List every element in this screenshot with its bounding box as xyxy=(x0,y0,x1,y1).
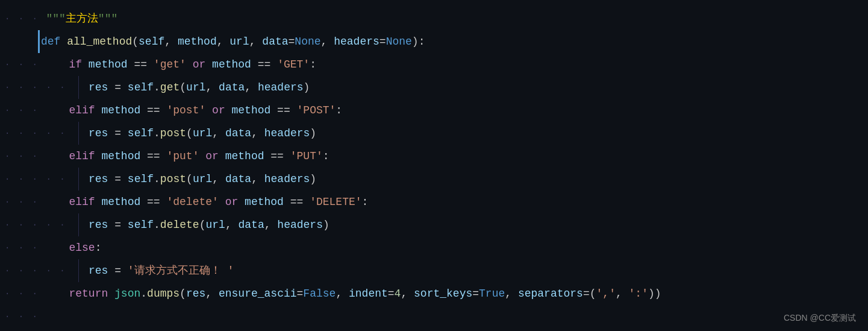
token: 'GET' xyxy=(277,58,310,71)
token: = xyxy=(108,219,127,231)
code-line: · · · elif method == 'post' or method ==… xyxy=(0,99,868,122)
token: . xyxy=(140,288,147,300)
line-dots: · · · xyxy=(5,282,46,305)
token: or xyxy=(219,196,245,208)
token: == xyxy=(270,104,296,116)
token: True xyxy=(479,288,505,300)
token: : xyxy=(310,58,316,71)
token: data xyxy=(262,36,288,48)
token: """ xyxy=(46,13,65,25)
token: , xyxy=(212,127,225,139)
token: indent xyxy=(349,288,388,300)
token: , xyxy=(205,81,219,93)
token: elif xyxy=(69,150,101,162)
token: delete xyxy=(160,219,199,231)
token: headers xyxy=(264,173,310,185)
token: else xyxy=(69,242,95,254)
token: = xyxy=(289,36,295,48)
token: , xyxy=(251,173,264,185)
token: """ xyxy=(98,13,117,25)
line-content: """主方法""" xyxy=(46,7,117,30)
token: self xyxy=(139,36,164,48)
code-line: · · · else: xyxy=(0,236,868,259)
token: data xyxy=(225,127,251,139)
token: = xyxy=(108,81,127,93)
token: url xyxy=(186,81,205,93)
token: =( xyxy=(583,288,596,300)
line-content: return json.dumps(res, ensure_ascii=Fals… xyxy=(69,282,661,305)
code-line: · · · · · res = '请求方式不正确！ ' xyxy=(0,259,868,282)
line-dots: · · · xyxy=(5,53,46,76)
token: ',' xyxy=(596,288,616,300)
indent-bar xyxy=(38,30,40,53)
token: . xyxy=(154,81,160,93)
token: sort_keys xyxy=(414,288,472,300)
token: : xyxy=(95,242,102,254)
indent-bar xyxy=(78,259,79,282)
token: res xyxy=(89,127,108,139)
token: ( xyxy=(132,36,139,48)
indent-bar xyxy=(78,122,79,145)
line-content: elif method == 'post' or method == 'POST… xyxy=(69,99,342,122)
token: . xyxy=(154,219,160,231)
token: or xyxy=(199,150,225,162)
line-dots: · · · · · xyxy=(5,259,73,282)
token: , xyxy=(616,288,629,300)
line-dots: · · · xyxy=(5,145,46,168)
token: url xyxy=(205,219,225,231)
line-content: def all_method(self, method, url, data=N… xyxy=(41,30,425,53)
token: False xyxy=(303,288,336,300)
token: == xyxy=(128,58,154,71)
token: , xyxy=(217,36,230,48)
token: separators xyxy=(518,288,583,300)
token: get xyxy=(160,81,180,93)
indent-bar xyxy=(78,213,79,236)
token: ) xyxy=(310,173,316,185)
line-content: res = self.post(url, data, headers) xyxy=(89,122,316,145)
code-editor: · · · """主方法"""def all_method(self, meth… xyxy=(0,0,868,331)
token: self xyxy=(128,173,154,185)
token: self xyxy=(128,81,154,93)
token: == xyxy=(140,196,166,208)
token: ( xyxy=(180,81,186,93)
indent-bar xyxy=(78,76,79,99)
line-content: res = '请求方式不正确！ ' xyxy=(89,259,234,282)
token: ( xyxy=(186,127,193,139)
line-dots: · · · · · xyxy=(5,168,73,191)
token: url xyxy=(229,36,249,48)
token: post xyxy=(160,127,186,139)
code-line: · · · if method == 'get' or method == 'G… xyxy=(0,53,868,76)
line-content: res = self.get(url, data, headers) xyxy=(89,76,310,99)
token: dumps xyxy=(147,288,180,300)
token: '请求方式不正确！ ' xyxy=(128,265,234,277)
token: , xyxy=(321,36,334,48)
token: or xyxy=(186,58,212,71)
token: method xyxy=(178,36,217,48)
token: ) xyxy=(310,127,316,139)
code-line: · · · elif method == 'put' or method == … xyxy=(0,145,868,168)
line-dots: · · · xyxy=(5,7,46,30)
token: data xyxy=(239,219,264,231)
token: 'post' xyxy=(166,104,205,116)
token: method xyxy=(225,150,264,162)
token: if xyxy=(69,58,88,71)
line-content: if method == 'get' or method == 'GET': xyxy=(69,53,316,76)
token: == xyxy=(140,104,166,116)
code-line: def all_method(self, method, url, data=N… xyxy=(0,30,868,53)
code-line: · · · xyxy=(0,305,868,328)
token: ( xyxy=(180,288,186,300)
code-line: · · · elif method == 'delete' or method … xyxy=(0,191,868,213)
token: data xyxy=(219,81,245,93)
token: 4 xyxy=(395,288,401,300)
token: headers xyxy=(277,219,323,231)
token: . xyxy=(154,127,160,139)
line-content: elif method == 'put' or method == 'PUT': xyxy=(69,145,329,168)
token: method xyxy=(101,150,140,162)
line-content: res = self.post(url, data, headers) xyxy=(89,168,316,191)
token: method xyxy=(232,104,271,116)
token: ( xyxy=(199,219,206,231)
token: = xyxy=(108,173,127,185)
token: url xyxy=(193,127,212,139)
token: = xyxy=(297,288,304,300)
token: res xyxy=(89,173,108,185)
